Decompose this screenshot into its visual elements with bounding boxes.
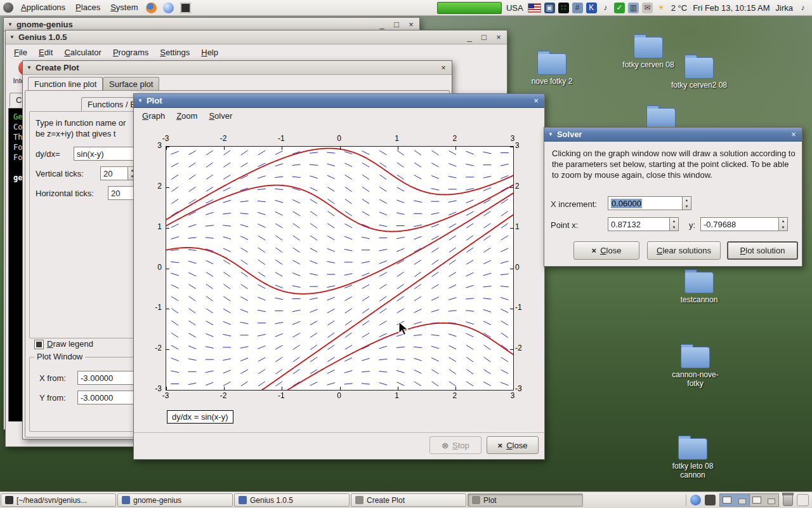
- browser-globe-icon[interactable]: [163, 3, 174, 13]
- titlebar[interactable]: ▼ Create Plot ×: [23, 61, 452, 75]
- vertical-ticks-field[interactable]: 20 ▲▼: [100, 166, 137, 180]
- close-icon[interactable]: ×: [494, 32, 503, 42]
- desktop-icon-nove-fotky-2[interactable]: nove fotky 2: [523, 53, 581, 86]
- network-monitor-icon[interactable]: ▥: [628, 3, 639, 13]
- solver-close-button[interactable]: × Close: [573, 241, 639, 260]
- dialpad-icon[interactable]: #: [572, 3, 583, 13]
- x-increment-field[interactable]: 0.06000 ▲▼: [608, 196, 691, 210]
- draw-legend-checkbox[interactable]: [34, 340, 44, 349]
- close-icon: ×: [592, 246, 597, 255]
- spin-up-icon[interactable]: ▲: [683, 197, 691, 203]
- volume-control-icon[interactable]: ♪: [797, 3, 808, 13]
- menu-file[interactable]: File: [8, 46, 33, 59]
- plot-window-frame-title: Plot Window: [34, 352, 85, 361]
- spin-buttons[interactable]: ▲▼: [682, 197, 691, 210]
- spin-down-icon[interactable]: ▼: [670, 224, 678, 231]
- menu-edit[interactable]: Edit: [33, 46, 58, 59]
- taskbar-item-terminal[interactable]: [~/head/svn/genius...: [1, 493, 116, 507]
- show-desktop-icon[interactable]: [797, 494, 809, 506]
- menu-applications[interactable]: Applications: [16, 0, 70, 15]
- workspace-2[interactable]: [750, 494, 779, 506]
- tab-surface-plot[interactable]: Surface plot: [103, 77, 159, 91]
- titlebar[interactable]: ▼ Solver ×: [544, 128, 802, 142]
- trash-icon[interactable]: [783, 494, 793, 506]
- gnome-menu-icon[interactable]: [3, 3, 13, 13]
- spin-up-icon[interactable]: ▲: [670, 218, 678, 224]
- desktop-icon-fotky-cerven-08[interactable]: fotky cerven 08: [619, 37, 678, 69]
- axis-tick-label: -2: [515, 344, 534, 352]
- separator: [134, 432, 544, 434]
- maximize-icon[interactable]: □: [480, 32, 488, 42]
- close-icon[interactable]: ×: [532, 96, 540, 105]
- clear-solutions-button[interactable]: Clear solutions: [647, 241, 721, 260]
- stop-button[interactable]: ⊗ Stop: [429, 436, 481, 454]
- mail-notifier-icon[interactable]: ✉: [642, 3, 653, 13]
- window-menu-icon[interactable]: ▼: [138, 98, 143, 104]
- window-menu-icon[interactable]: ▼: [548, 131, 553, 137]
- window-menu-icon[interactable]: ▼: [27, 65, 32, 70]
- close-button[interactable]: × Close: [487, 436, 539, 454]
- workspace-1[interactable]: [720, 494, 750, 506]
- taskbar-item-plot[interactable]: Plot: [468, 493, 583, 507]
- desktop-icon-testcannon[interactable]: testcannon: [670, 272, 728, 304]
- plot-canvas[interactable]: [166, 147, 513, 390]
- taskbar-item-gnome-genius[interactable]: gnome-genius: [117, 493, 233, 507]
- titlebar[interactable]: ▼ Plot ×: [134, 94, 544, 108]
- menu-settings[interactable]: Settings: [154, 46, 195, 59]
- window-menu-icon[interactable]: ▼: [8, 22, 13, 27]
- spin-buttons[interactable]: ▲▼: [669, 218, 678, 231]
- spin-up-icon[interactable]: ▲: [779, 218, 787, 224]
- point-y-field[interactable]: -0.79688 ▲▼: [700, 217, 788, 231]
- updates-icon[interactable]: ✓: [614, 3, 625, 13]
- weather-sun-icon[interactable]: ☀: [656, 3, 667, 13]
- spin-down-icon[interactable]: ▼: [779, 224, 787, 231]
- maximize-icon[interactable]: □: [392, 20, 401, 29]
- volume-icon[interactable]: ♪: [600, 3, 611, 13]
- window-list-icon[interactable]: [705, 495, 716, 505]
- close-icon[interactable]: ×: [789, 130, 798, 139]
- terminal-icon[interactable]: [180, 3, 191, 13]
- desktop-icon-fotky-cerven2-08[interactable]: fotky cerven2 08: [670, 57, 728, 90]
- titlebar[interactable]: ▼ Genius 1.0.5 _□×: [6, 30, 507, 44]
- close-icon[interactable]: ×: [439, 63, 448, 72]
- close-icon[interactable]: ×: [407, 20, 416, 29]
- menu-system[interactable]: System: [105, 0, 143, 15]
- menu-solver[interactable]: Solver: [203, 109, 238, 123]
- axis-tick-label: -1: [139, 303, 162, 312]
- spin-buttons[interactable]: ▲▼: [778, 218, 787, 231]
- menu-calculator[interactable]: Calculator: [58, 46, 107, 59]
- taskbar-item-label: gnome-genius: [133, 496, 181, 505]
- mouse-cursor: [398, 321, 410, 337]
- spin-down-icon[interactable]: ▼: [683, 203, 691, 210]
- desktop-icon-fotky-leto-08-cannon[interactable]: fotky leto 08 cannon: [664, 438, 722, 479]
- desktop-icon-label: cannon-nove-fotky: [666, 370, 724, 388]
- menu-zoom[interactable]: Zoom: [171, 109, 203, 123]
- menu-programs[interactable]: Programs: [107, 46, 154, 59]
- minimize-icon[interactable]: _: [377, 20, 386, 29]
- browser-icon[interactable]: [690, 495, 701, 505]
- x-increment-label: X increment:: [551, 199, 597, 209]
- modem-lights-icon[interactable]: ∷: [558, 3, 569, 13]
- us-flag-icon[interactable]: [528, 3, 541, 13]
- firefox-icon[interactable]: [146, 3, 157, 13]
- taskbar-item-label: Create Plot: [367, 496, 405, 505]
- cpu-monitor-applet[interactable]: [437, 2, 502, 14]
- menu-help[interactable]: Help: [195, 46, 224, 59]
- taskbar-item-genius[interactable]: Genius 1.0.5: [234, 493, 350, 507]
- minimize-icon[interactable]: _: [465, 32, 474, 42]
- desktop-icon-cannon-nove-fotky[interactable]: cannon-nove-fotky: [666, 347, 724, 388]
- workspace-switcher[interactable]: [719, 493, 779, 507]
- multimedia-k-icon[interactable]: K: [586, 3, 597, 13]
- menu-graph[interactable]: Graph: [136, 109, 171, 123]
- point-x-field[interactable]: 0.87132 ▲▼: [608, 217, 679, 231]
- tab-function-line-plot[interactable]: Function line plot: [28, 77, 103, 91]
- plot-solution-button[interactable]: Plot solution: [727, 241, 798, 260]
- plot-surface[interactable]: [166, 146, 514, 391]
- folder-icon: [537, 53, 566, 75]
- app-icon: [239, 496, 247, 504]
- remote-desktop-icon[interactable]: ▣: [544, 3, 555, 13]
- window-menu-icon[interactable]: ▼: [10, 34, 15, 40]
- menu-places[interactable]: Places: [70, 0, 105, 15]
- taskbar-item-create-plot[interactable]: Create Plot: [351, 493, 466, 507]
- window-title: Create Plot: [36, 63, 79, 72]
